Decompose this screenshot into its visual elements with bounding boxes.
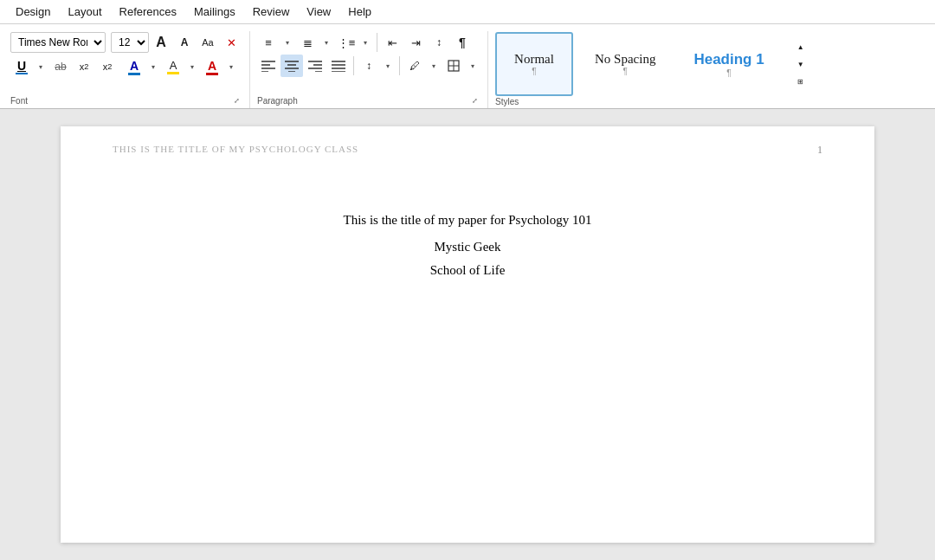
paragraph-shading-dropdown[interactable]: ▾ (426, 56, 442, 75)
document-page[interactable]: THIS IS THE TITLE OF MY PSYCHOLOGY CLASS… (61, 126, 874, 543)
styles-group: Normal ¶ No Spacing ¶ Heading 1 ¶ ▲ ▼ ⊞ (488, 31, 932, 108)
document-school: School of Life (113, 263, 822, 278)
paragraph-group: ≡ ▾ ≣ ▾ ⋮≡ ▾ ⇤ (250, 31, 488, 108)
font-group-label: Font (10, 96, 28, 106)
style-no-spacing-preview: ¶ (623, 67, 628, 76)
font-group-expand[interactable]: ⤢ (230, 94, 242, 106)
line-spacing-button[interactable]: ↕ (358, 55, 380, 77)
font-name-select[interactable]: Times New Roman (10, 32, 106, 53)
sort-button[interactable]: ↕ (428, 31, 450, 54)
style-normal-preview: ¶ (532, 67, 536, 76)
bullet-list-button[interactable]: ≡ (257, 31, 280, 54)
menu-review[interactable]: Review (244, 2, 299, 22)
indent-increase-button[interactable]: ⇥ (404, 31, 427, 54)
styles-scroll-down[interactable]: ▼ (790, 56, 812, 72)
styles-scroll-up[interactable]: ▲ (790, 39, 812, 55)
style-heading1-preview: ¶ (726, 68, 731, 78)
font-color-button[interactable]: A (123, 55, 145, 79)
font-size-select[interactable]: 12 (111, 32, 149, 53)
styles-more[interactable]: ⊞ (790, 74, 812, 89)
style-heading1-button[interactable]: Heading 1 ¶ (677, 32, 780, 96)
style-no-spacing-label: No Spacing (595, 52, 655, 67)
highlight-color-button[interactable]: A (162, 55, 184, 79)
clear-format-button[interactable]: ✕ (220, 31, 242, 54)
bullet-list-dropdown[interactable]: ▾ (280, 33, 295, 52)
document-title: This is the title of my paper for Psycho… (113, 213, 822, 228)
shading-dropdown[interactable]: ▾ (223, 57, 239, 76)
menu-mailings[interactable]: Mailings (185, 2, 244, 22)
indent-decrease-button[interactable]: ⇤ (381, 31, 403, 54)
ribbon: Times New Roman 12 A A Aa ✕ U (0, 24, 935, 109)
shading-color-button[interactable]: A (201, 55, 223, 79)
subscript-button[interactable]: x2 (73, 55, 95, 78)
borders-dropdown[interactable]: ▾ (465, 56, 480, 75)
menu-references[interactable]: References (111, 2, 185, 22)
menu-layout[interactable]: Layout (59, 2, 110, 22)
style-no-spacing-button[interactable]: No Spacing ¶ (578, 32, 672, 96)
underline-button[interactable]: U (10, 55, 33, 79)
menu-bar: Design Layout References Mailings Review… (0, 0, 935, 24)
style-heading1-label: Heading 1 (693, 51, 764, 68)
numbered-list-button[interactable]: ≣ (296, 31, 319, 54)
paragraph-group-expand[interactable]: ⤢ (468, 94, 480, 106)
style-normal-label: Normal (514, 52, 554, 67)
document-area: THIS IS THE TITLE OF MY PSYCHOLOGY CLASS… (0, 109, 935, 560)
justify-button[interactable] (327, 55, 350, 77)
paragraph-shading-button[interactable]: 🖊 (403, 55, 426, 77)
show-formatting-button[interactable]: ¶ (451, 31, 474, 54)
multilevel-list-button[interactable]: ⋮≡ (335, 31, 358, 54)
change-case-button[interactable]: Aa (197, 31, 219, 54)
menu-view[interactable]: View (298, 2, 339, 22)
document-header: THIS IS THE TITLE OF MY PSYCHOLOGY CLASS (113, 144, 358, 154)
menu-design[interactable]: Design (7, 2, 59, 22)
strikethrough-button[interactable]: ab (49, 55, 72, 78)
document-author: Mystic Geek (113, 240, 822, 254)
align-right-button[interactable] (304, 55, 326, 77)
paragraph-group-label: Paragraph (257, 96, 298, 106)
style-normal-button[interactable]: Normal ¶ (495, 32, 573, 96)
numbered-list-dropdown[interactable]: ▾ (319, 33, 334, 52)
styles-group-label: Styles (495, 97, 519, 106)
highlight-dropdown[interactable]: ▾ (184, 57, 200, 76)
line-spacing-dropdown[interactable]: ▾ (380, 56, 396, 75)
font-shrink-button[interactable]: A (173, 31, 196, 54)
menu-help[interactable]: Help (339, 2, 380, 22)
borders-button[interactable] (442, 55, 465, 77)
page-number: 1 (817, 144, 822, 157)
align-center-button[interactable] (280, 55, 303, 77)
superscript-button[interactable]: x2 (96, 55, 119, 78)
document-body: This is the title of my paper for Psycho… (113, 213, 822, 278)
align-left-button[interactable] (257, 55, 280, 77)
font-group: Times New Roman 12 A A Aa ✕ U (3, 31, 250, 108)
multilevel-list-dropdown[interactable]: ▾ (358, 33, 373, 52)
font-grow-button[interactable]: A (150, 31, 172, 54)
font-color-dropdown[interactable]: ▾ (145, 57, 161, 76)
underline-dropdown[interactable]: ▾ (33, 57, 48, 76)
